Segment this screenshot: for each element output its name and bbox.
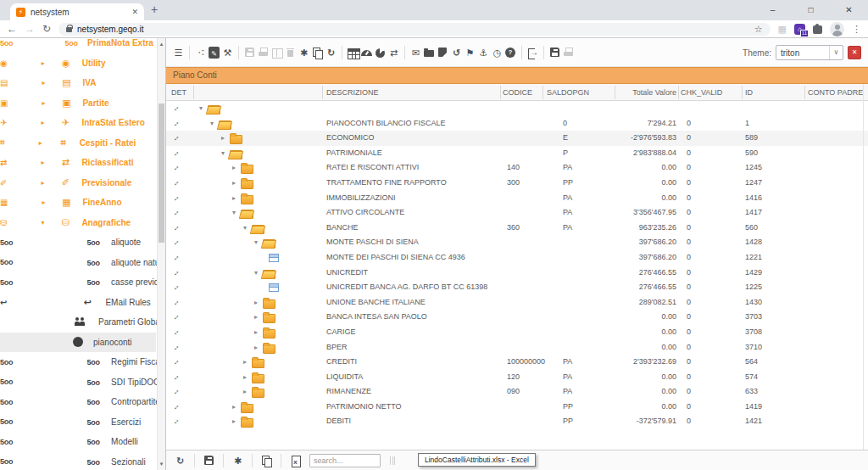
anchor-icon[interactable] [478, 47, 489, 59]
sign-out-icon[interactable] [527, 47, 538, 59]
detail-expand-icon[interactable] [170, 325, 181, 340]
tab-close-icon[interactable]: ✕ [131, 8, 138, 16]
partite-icon[interactable]: Partite [0, 93, 156, 114]
down-icon[interactable] [37, 219, 47, 227]
wrench-icon[interactable] [222, 47, 233, 59]
500px-icon[interactable]: casse previdenziali [0, 272, 156, 293]
chevron-down-icon[interactable] [829, 46, 843, 59]
column-separator[interactable] [500, 86, 501, 99]
save-icon[interactable] [244, 47, 255, 59]
help-icon[interactable] [505, 47, 516, 59]
right-icon[interactable] [230, 176, 238, 191]
detail-expand-icon[interactable] [170, 101, 181, 116]
maximize-button[interactable]: □ [792, 0, 830, 20]
right-icon[interactable] [37, 179, 47, 187]
bookmark-icon[interactable] [437, 47, 448, 59]
detail-expand-icon[interactable] [170, 235, 181, 250]
column-header-id[interactable]: ID [745, 84, 753, 101]
table-row[interactable]: DEBITI PP -372'579.91 0 1421 [166, 414, 868, 429]
table-row[interactable]: RIMANENZE 090 PA 0.00 0 633 [166, 384, 868, 400]
save-icon[interactable] [203, 455, 214, 467]
extension-badged-icon[interactable]: 11 [794, 24, 805, 35]
500px-icon[interactable]: Esercizi [0, 412, 156, 433]
print-icon[interactable] [258, 47, 269, 59]
right-icon[interactable] [38, 79, 48, 87]
refresh-icon[interactable] [326, 47, 337, 59]
flag-icon[interactable] [465, 47, 476, 59]
down-icon[interactable] [252, 235, 260, 250]
extension-grid-icon[interactable]: ▦ [778, 24, 787, 35]
asterisk-icon[interactable] [232, 455, 243, 467]
iva-icon[interactable]: IVA [0, 73, 156, 93]
toolbar-icon[interactable] [543, 46, 544, 59]
right-icon[interactable] [230, 160, 238, 176]
column-header-contopadre[interactable]: CONTO PADRE [808, 84, 863, 101]
refresh-icon[interactable] [175, 455, 186, 467]
column-header-det[interactable]: DET [171, 84, 186, 101]
print-alt-icon[interactable] [563, 47, 574, 59]
excel-export-icon[interactable] [290, 455, 301, 467]
fineanno-icon[interactable]: FineAnno [0, 193, 156, 213]
footer-icon[interactable] [281, 454, 281, 467]
riclassificati-icon[interactable]: Riclassificati [0, 153, 156, 173]
detail-expand-icon[interactable] [170, 116, 181, 131]
close-button[interactable]: ✕ [830, 0, 868, 20]
edit-icon[interactable] [209, 47, 220, 59]
table-row[interactable]: IMMOBILIZZAZIONI PA 0.00 0 1416 [166, 191, 868, 206]
500px-icon[interactable]: Regimi Fiscali [0, 352, 156, 372]
bookmark-star-icon[interactable]: ☆ [754, 24, 763, 35]
right-icon[interactable] [230, 400, 238, 415]
address-bar[interactable]: netsystem.geqo.it ☆ [58, 23, 771, 36]
column-separator[interactable] [193, 86, 194, 99]
gauge-icon[interactable] [361, 47, 372, 59]
right-icon[interactable] [241, 370, 249, 385]
split-columns-icon[interactable] [271, 47, 282, 59]
column-separator[interactable] [804, 86, 805, 99]
table-row[interactable] [166, 101, 868, 116]
theme-combobox[interactable]: triton [776, 45, 843, 60]
email-rules-icon[interactable]: EMail Rules [0, 293, 156, 313]
exchange-icon[interactable] [388, 47, 399, 59]
500px-icon[interactable]: Sezionali [0, 452, 156, 470]
down-icon[interactable] [219, 146, 227, 161]
table-row[interactable]: RATEI E RISCONTI ATTIVI 140 PA 0.00 0 12… [166, 160, 868, 176]
detail-expand-icon[interactable] [170, 355, 181, 370]
close-panel-button[interactable] [848, 46, 861, 59]
table-row[interactable]: PATRIMONIO NETTO PP 0.00 0 1419 [166, 400, 868, 415]
down-icon[interactable] [241, 221, 249, 236]
copy-icon[interactable] [261, 455, 272, 467]
detail-expand-icon[interactable] [170, 176, 181, 191]
right-icon[interactable] [230, 414, 238, 429]
down-icon[interactable] [208, 116, 216, 131]
500px-icon[interactable]: Contropartite [0, 392, 156, 412]
table-row[interactable]: CARIGE 0.00 0 3708 [166, 325, 868, 340]
table-row[interactable]: UNICREDIT 276'466.55 0 1429 [166, 266, 868, 281]
search-input[interactable] [309, 454, 381, 467]
parametri-globali-icon[interactable]: Parametri Globali [0, 312, 156, 333]
table-row[interactable]: MONTE PASCHI DI SIENA 397'686.20 0 1428 [166, 235, 868, 250]
clock-icon[interactable] [492, 47, 503, 59]
mail-icon[interactable] [410, 47, 421, 59]
utility-icon[interactable]: Utility [0, 53, 156, 74]
500px-icon[interactable]: aliquote [0, 232, 156, 253]
forward-icon[interactable]: → [25, 23, 35, 35]
table-row[interactable]: BPER 0.00 0 3710 [166, 340, 868, 355]
table-row[interactable]: TRATTAMENTO FINE RAPPORTO 300 PP 0.00 0 … [166, 176, 868, 191]
footer-icon[interactable] [223, 454, 224, 467]
detail-expand-icon[interactable] [170, 280, 181, 295]
footer-icon[interactable] [194, 454, 195, 467]
table-row[interactable]: PATRIMONIALE P 2'983'888.04 0 590 [166, 146, 868, 161]
anagrafiche-icon[interactable]: Anagrafiche [0, 213, 156, 233]
pie-chart-icon[interactable] [375, 47, 386, 59]
save-alt-icon[interactable] [549, 47, 560, 59]
column-separator[interactable] [322, 86, 323, 99]
detail-expand-icon[interactable] [170, 250, 181, 266]
footer-icon[interactable] [252, 454, 253, 467]
right-icon[interactable] [252, 325, 260, 340]
right-icon[interactable] [36, 139, 46, 147]
right-icon[interactable] [38, 59, 48, 67]
right-icon[interactable] [37, 119, 47, 126]
lock-icon[interactable] [66, 27, 72, 32]
toolbar-icon[interactable] [342, 46, 342, 59]
column-separator[interactable] [615, 86, 615, 99]
